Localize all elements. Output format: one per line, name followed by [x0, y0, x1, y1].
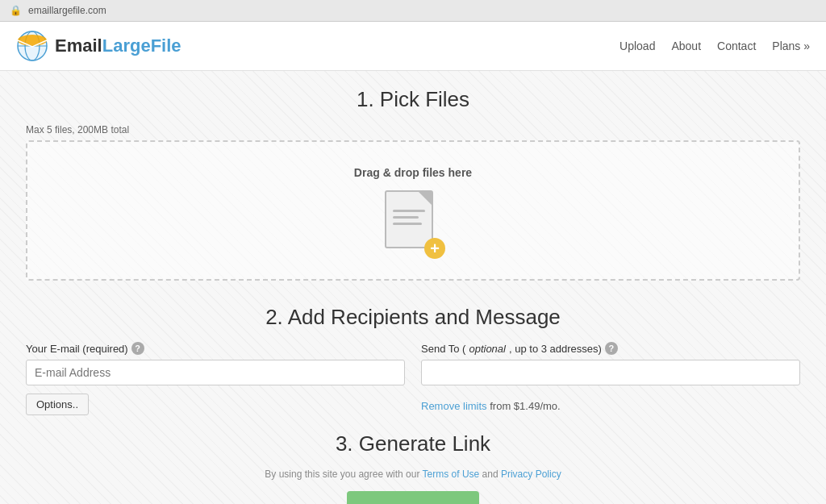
- email-col: Your E-mail (required) ?: [26, 342, 405, 385]
- drop-zone-wrapper: Max 5 files, 200MB total Drag & drop fil…: [26, 124, 800, 281]
- section3-title: 3. Generate Link: [26, 431, 800, 456]
- privacy-link[interactable]: Privacy Policy: [501, 469, 561, 480]
- logo-text: EmailLargeFile: [55, 35, 181, 56]
- sendto-input[interactable]: [421, 360, 800, 385]
- file-line-1: [393, 210, 425, 212]
- email-input[interactable]: [26, 360, 405, 385]
- remove-limits-link[interactable]: Remove limits: [421, 400, 487, 412]
- sendto-col: Send To (optional, up to 3 addresses) ?: [421, 342, 800, 385]
- file-icon: [385, 190, 433, 248]
- logo-icon: [16, 30, 48, 62]
- nav: Upload About Contact Plans »: [620, 40, 810, 52]
- browser-bar: 🔒 emaillargefile.com: [0, 0, 826, 22]
- section3: 3. Generate Link By using this site you …: [26, 431, 800, 504]
- file-icon-wrapper: +: [385, 190, 441, 255]
- svg-point-3: [18, 35, 47, 46]
- add-file-icon: +: [424, 238, 445, 259]
- terms-link[interactable]: Terms of Use: [423, 469, 480, 480]
- header: EmailLargeFile Upload About Contact Plan…: [0, 22, 826, 71]
- nav-about[interactable]: About: [671, 40, 701, 52]
- form-row: Your E-mail (required) ? Send To (option…: [26, 342, 800, 385]
- email-label: Your E-mail (required) ?: [26, 342, 405, 355]
- file-drop-zone[interactable]: Drag & drop files here +: [26, 140, 800, 281]
- options-button[interactable]: Options..: [26, 394, 89, 415]
- nav-plans[interactable]: Plans »: [772, 40, 810, 52]
- section1-title: 1. Pick Files: [26, 87, 800, 112]
- drop-text: Drag & drop files here: [354, 166, 472, 179]
- max-files-note: Max 5 files, 200MB total: [26, 124, 800, 135]
- logo: EmailLargeFile: [16, 30, 181, 62]
- nav-contact[interactable]: Contact: [717, 40, 756, 52]
- options-row: Options.. Remove limits from $1.49/mo.: [26, 394, 800, 415]
- main-content: 1. Pick Files Max 5 files, 200MB total D…: [10, 71, 816, 504]
- section2-title: 2. Add Recipients and Message: [26, 305, 800, 330]
- file-icon-lines: [386, 192, 432, 225]
- email-help-icon[interactable]: ?: [131, 342, 144, 355]
- go-button[interactable]: Go !: [347, 491, 479, 504]
- remove-limits: Remove limits from $1.49/mo.: [421, 400, 800, 412]
- options-col: Options..: [26, 394, 405, 415]
- file-line-3: [393, 223, 422, 225]
- file-line-2: [393, 216, 419, 219]
- remove-limits-col: Remove limits from $1.49/mo.: [421, 394, 800, 415]
- sendto-label: Send To (optional, up to 3 addresses) ?: [421, 342, 800, 355]
- browser-url: emaillargefile.com: [28, 5, 106, 16]
- browser-favicon: 🔒: [10, 5, 22, 16]
- section2: 2. Add Recipients and Message Your E-mai…: [26, 305, 800, 415]
- sendto-help-icon[interactable]: ?: [605, 342, 618, 355]
- nav-upload[interactable]: Upload: [620, 40, 655, 52]
- terms-text: By using this site you agree with our Te…: [26, 469, 800, 480]
